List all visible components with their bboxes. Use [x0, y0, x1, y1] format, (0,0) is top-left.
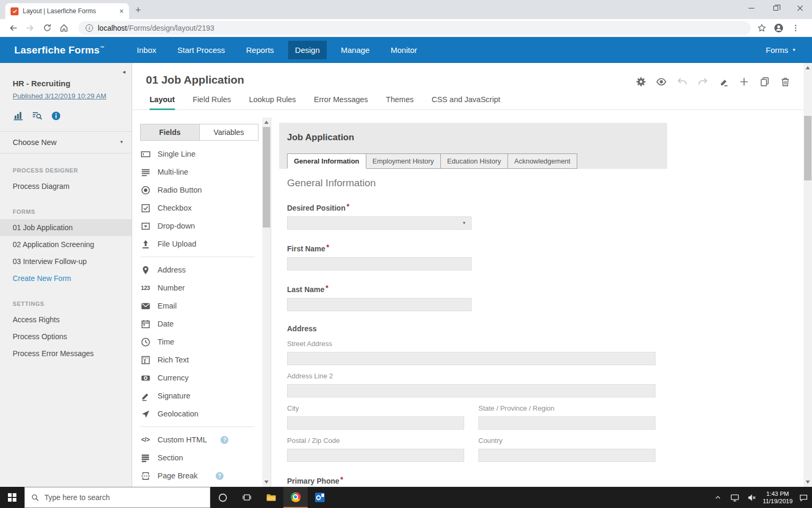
minimize-icon[interactable] [739, 0, 763, 16]
report-chart-icon[interactable] [13, 111, 24, 123]
address-line2-input[interactable] [287, 384, 656, 397]
palette-item-single-line[interactable]: Single Line [132, 145, 263, 163]
palette-item-multi-line[interactable]: Multi-line [132, 163, 263, 181]
palette-item-geolocation[interactable]: Geolocation [132, 405, 263, 423]
sidebar-item-job-application[interactable]: 01 Job Application [0, 219, 132, 236]
sidebar-collapse-icon[interactable]: ◄ [122, 69, 126, 75]
taskbar-clock[interactable]: 1:43 PM 11/19/2019 [760, 490, 795, 505]
desired-position-select[interactable]: ▼ [287, 216, 472, 230]
browser-menu-icon[interactable] [789, 21, 802, 35]
palette-item-address[interactable]: Address [132, 261, 263, 279]
sidebar-item-interview-follow-up[interactable]: 03 Interview Follow-up [0, 253, 132, 270]
url-field[interactable]: i localhost/Forms/design/layout/2193 [78, 21, 751, 35]
help-icon[interactable]: ? [216, 472, 224, 480]
forms-dropdown[interactable]: Forms ▼ [766, 46, 796, 55]
palette-item-file-upload[interactable]: File Upload [132, 235, 263, 253]
scroll-up-icon[interactable] [806, 66, 810, 69]
country-input[interactable] [478, 449, 656, 462]
taskbar-search[interactable] [24, 487, 210, 508]
sidebar-item-process-error-messages[interactable]: Process Error Messages [0, 345, 132, 362]
nav-item-manage[interactable]: Manage [334, 41, 376, 59]
nav-item-monitor[interactable]: Monitor [384, 41, 424, 59]
delete-trash-icon[interactable] [779, 76, 791, 87]
sidebar-item-process-options[interactable]: Process Options [0, 328, 132, 345]
palette-item-date[interactable]: Date [132, 315, 263, 333]
palette-item-radio-button[interactable]: Radio Button [132, 181, 263, 199]
help-icon[interactable]: ? [220, 436, 228, 444]
palette-item-section[interactable]: Section [132, 449, 263, 467]
field-first-name[interactable]: First Name* [287, 243, 659, 270]
back-icon[interactable] [6, 21, 20, 35]
close-icon[interactable] [788, 0, 812, 16]
tab-layout[interactable]: Layout [150, 95, 175, 110]
nav-item-inbox[interactable]: Inbox [130, 41, 163, 59]
refresh-icon[interactable] [40, 21, 54, 35]
bookmark-star-icon[interactable] [755, 21, 769, 35]
app-logo[interactable]: Laserfiche Forms™ [14, 44, 105, 56]
start-button[interactable] [0, 487, 24, 508]
nav-item-reports[interactable]: Reports [239, 41, 281, 59]
palette-item-drop-down[interactable]: Drop-down [132, 217, 263, 235]
info-icon[interactable] [51, 111, 61, 123]
page-tab-general-information[interactable]: General Information [287, 153, 366, 169]
palette-item-signature[interactable]: Signature [132, 387, 263, 405]
network-display-icon[interactable] [726, 493, 743, 502]
tab-fields[interactable]: Fields [141, 124, 200, 140]
outlook-taskbar-icon[interactable] [308, 487, 332, 508]
choose-new-dropdown[interactable]: Choose New ▼ [0, 132, 132, 153]
nav-item-start-process[interactable]: Start Process [171, 41, 232, 59]
settings-gear-icon[interactable] [635, 76, 647, 87]
browser-tab[interactable]: Layout | Laserfiche Forms × [5, 3, 129, 19]
scrollbar-thumb[interactable] [263, 127, 270, 228]
copy-icon[interactable] [759, 76, 770, 87]
profile-avatar-icon[interactable] [772, 21, 786, 35]
tab-field-rules[interactable]: Field Rules [193, 95, 232, 110]
state-input[interactable] [478, 416, 656, 430]
task-view-icon[interactable] [235, 487, 259, 508]
chrome-taskbar-icon[interactable] [283, 487, 308, 508]
tab-error-messages[interactable]: Error Messages [314, 95, 368, 110]
field-desired-position[interactable]: Desired Position* ▼ [287, 202, 659, 230]
sidebar-item-access-rights[interactable]: Access Rights [0, 311, 132, 328]
site-info-icon[interactable]: i [86, 24, 93, 32]
field-address[interactable]: Address Street Address Address Line 2 Ci… [287, 324, 659, 462]
postal-code-input[interactable] [287, 449, 464, 462]
tab-css-javascript[interactable]: CSS and JavaScript [431, 95, 500, 110]
page-tab-acknowledgement[interactable]: Acknowledgement [508, 153, 577, 169]
page-scrollbar[interactable] [804, 63, 812, 487]
page-tab-education-history[interactable]: Education History [441, 153, 508, 169]
add-plus-icon[interactable] [738, 76, 750, 87]
form-title[interactable]: Job Application [287, 132, 659, 143]
scroll-down-icon[interactable] [264, 480, 269, 484]
search-input[interactable] [44, 493, 182, 502]
palette-item-custom-html[interactable]: </> Custom HTML ? [132, 431, 263, 449]
palette-item-time[interactable]: Time [132, 333, 263, 351]
palette-item-currency[interactable]: Currency [132, 369, 263, 387]
file-explorer-icon[interactable] [259, 487, 283, 508]
home-icon[interactable] [57, 21, 71, 35]
scrollbar-thumb[interactable] [804, 116, 811, 180]
tab-variables[interactable]: Variables [200, 124, 259, 140]
tray-chevron-up-icon[interactable] [709, 494, 726, 501]
scroll-up-icon[interactable] [264, 121, 269, 124]
palette-item-email[interactable]: Email [132, 297, 263, 315]
published-link[interactable]: Published 3/12/2019 10:29 AM [13, 92, 119, 100]
palette-item-checkbox[interactable]: Checkbox [132, 199, 263, 217]
first-name-input[interactable] [287, 257, 472, 270]
new-tab-icon[interactable]: + [135, 5, 141, 16]
city-input[interactable] [287, 416, 464, 430]
redo-icon[interactable] [697, 76, 708, 87]
sidebar-item-process-diagram[interactable]: Process Diagram [0, 178, 132, 195]
last-name-input[interactable] [287, 298, 472, 311]
restore-icon[interactable] [763, 0, 788, 16]
nav-item-design[interactable]: Design [288, 41, 327, 59]
tab-themes[interactable]: Themes [386, 95, 413, 110]
preview-eye-icon[interactable] [656, 76, 667, 87]
palette-item-page-break[interactable]: Page Break ? [132, 467, 263, 485]
undo-icon[interactable] [676, 76, 688, 87]
cortana-icon[interactable] [210, 487, 235, 508]
sidebar-item-application-screening[interactable]: 02 Application Screening [0, 236, 132, 253]
field-primary-phone[interactable]: Primary Phone* [287, 475, 659, 487]
street-address-input[interactable] [287, 352, 656, 365]
page-tab-employment-history[interactable]: Employment History [366, 153, 441, 169]
